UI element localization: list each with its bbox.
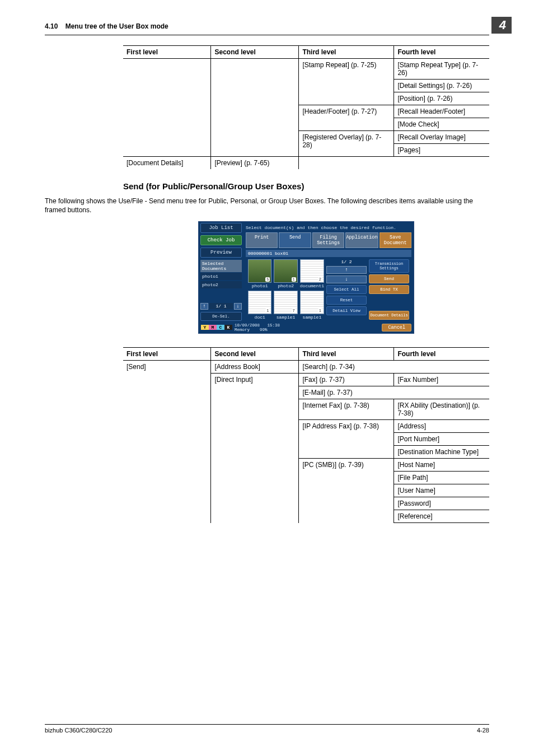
cell: [Detail Settings] (p. 7-26) (394, 80, 489, 92)
transmission-settings-button[interactable]: Transmission Settings (369, 259, 409, 273)
instruction-text: Select document(s) and then choose the d… (246, 224, 411, 232)
status-time: 15:38 (268, 323, 280, 328)
cell (123, 59, 211, 157)
page-count-badge: 1 (292, 277, 296, 282)
thumbnail[interactable]: 1 (300, 291, 324, 314)
thumbnail-label: sample1 (274, 315, 297, 320)
cell (299, 157, 489, 170)
tab-application[interactable]: Application (345, 232, 378, 248)
toner-m-icon: M (209, 325, 217, 330)
down-arrow-icon[interactable]: ↓ (234, 303, 242, 310)
reset-button[interactable]: Reset (326, 296, 367, 305)
status-date: 10/09/2008 (235, 323, 260, 328)
thumbnail-label: document1 (300, 283, 324, 288)
up-arrow-icon[interactable]: ↑ (200, 303, 208, 310)
cell: [User Name] (394, 484, 489, 497)
selection-pager: ↑ 1/ 1 ↓ (200, 303, 242, 310)
document-details-button[interactable]: Document Details (369, 311, 409, 320)
cell: [Header/Footer] (p. 7-27) (299, 105, 394, 131)
cell: [Address Book] (211, 361, 299, 374)
cell: [Preview] (p. 7-65) (211, 157, 299, 170)
selected-doc[interactable]: photo2 (200, 281, 242, 288)
footer-page: 4-28 (477, 727, 489, 734)
cell: [File Path] (394, 472, 489, 484)
thumbnail-label: sample1 (300, 315, 324, 320)
cell: [Stamp Repeat] (p. 7-25) (299, 59, 394, 105)
page-header: 4.10 Menu tree of the User Box mode 4 (45, 22, 489, 35)
col-fourth: Fourth level (394, 348, 489, 361)
thumbnail[interactable]: 2 (300, 259, 324, 283)
section-number: 4.10 (45, 22, 58, 30)
cell: [Fax] (p. 7-37) (299, 374, 394, 386)
menu-tree-top: First level Second level Third level Fou… (123, 45, 489, 169)
cell: [Document Details] (123, 157, 211, 170)
detail-view-button[interactable]: Detail View (326, 306, 367, 315)
selected-doc[interactable]: photo1 (200, 273, 242, 280)
thumbnail-label: doc1 (248, 315, 271, 320)
far-right-action-column: Transmission Settings Send Bind TX Docum… (369, 259, 409, 320)
status-memory-label: Memory (235, 328, 250, 332)
pager-text: 1/ 1 (209, 303, 233, 309)
right-action-column: 1/ 2 ↑ ↓ Select All Reset Detail View (326, 259, 367, 320)
page-down-icon[interactable]: ↓ (326, 276, 367, 283)
cell: [Destination Machine Type] (394, 446, 489, 459)
cell: [Position] (p. 7-26) (394, 92, 489, 105)
selected-docs-header: Selected Documents (200, 260, 242, 272)
check-job-button[interactable]: Check Job (200, 235, 242, 245)
status-info: 10/09/2008 15:38 Memory 99% (235, 323, 280, 333)
cell: [IP Address Fax] (p. 7-38) (299, 420, 394, 459)
thumbnail[interactable]: 1 (248, 291, 271, 314)
col-first: First level (123, 348, 211, 361)
thumbnail[interactable]: 7 (274, 291, 297, 314)
menu-tree-send: First level Second level Third level Fou… (123, 347, 489, 523)
thumbnail-label: photo2 (274, 283, 297, 288)
page-count-badge: 5 (265, 277, 270, 282)
status-memory-pct: 99% (260, 328, 268, 332)
tab-filing[interactable]: Filing Settings (312, 232, 344, 248)
cell: [RX Ability (Destination)] (p. 7-38) (394, 399, 489, 420)
toner-indicators: YMCK (201, 325, 232, 330)
col-second: Second level (211, 46, 299, 59)
tab-send[interactable]: Send (279, 232, 311, 248)
preview-button[interactable]: Preview (200, 248, 242, 258)
subsection-paragraph: The following shows the Use/File - Send … (45, 197, 489, 214)
thumbnail[interactable]: 5 (248, 259, 271, 283)
page-up-icon[interactable]: ↑ (326, 266, 367, 274)
bind-tx-button[interactable]: Bind TX (369, 285, 409, 294)
cell: [Port Number] (394, 433, 489, 446)
page-count-badge: 1 (265, 309, 270, 313)
col-second: Second level (211, 348, 299, 361)
deselect-button[interactable]: De-Sel. (200, 312, 242, 321)
col-first: First level (123, 46, 211, 59)
cell: [Recall Header/Footer] (394, 105, 489, 118)
col-fourth: Fourth level (394, 46, 489, 59)
box-id-bar: 000000001 box01 (246, 250, 411, 257)
send-button[interactable]: Send (369, 274, 409, 283)
col-third: Third level (299, 46, 394, 59)
job-list-button[interactable]: Job List (200, 223, 242, 233)
tab-print[interactable]: Print (246, 232, 278, 248)
page-footer: bizhub C360/C280/C220 4-28 (45, 724, 489, 734)
cell (211, 59, 299, 157)
cell: [Direct Input] (211, 374, 299, 523)
cell: [Stamp Repeat Type] (p. 7-26) (394, 59, 489, 80)
cancel-button[interactable]: Cancel (382, 324, 411, 332)
cell: [Fax Number] (394, 374, 489, 386)
cell: [Send] (123, 361, 211, 523)
page-count-badge: 1 (318, 309, 322, 313)
cell: [Recall Overlay Image] (394, 131, 489, 144)
select-all-button[interactable]: Select All (326, 285, 367, 294)
chapter-number: 4 (491, 17, 512, 34)
thumbnail[interactable]: 1 (274, 259, 297, 283)
cell: [Registered Overlay] (p. 7-28) (299, 131, 394, 157)
toner-c-icon: C (217, 325, 224, 330)
toner-k-icon: K (224, 325, 232, 330)
cell: [Host Name] (394, 459, 489, 472)
status-bar: YMCK 10/09/2008 15:38 Memory 99% Cancel (199, 322, 414, 334)
cell: [Password] (394, 497, 489, 510)
thumbnail-grid: 5photo1 1photo2 2document1 1doc1 7sample… (248, 259, 324, 320)
footer-model: bizhub C360/C280/C220 (45, 727, 112, 734)
tab-save-document[interactable]: Save Document (380, 232, 411, 248)
section-heading: 4.10 Menu tree of the User Box mode (45, 22, 168, 30)
section-title: Menu tree of the User Box mode (65, 22, 168, 30)
